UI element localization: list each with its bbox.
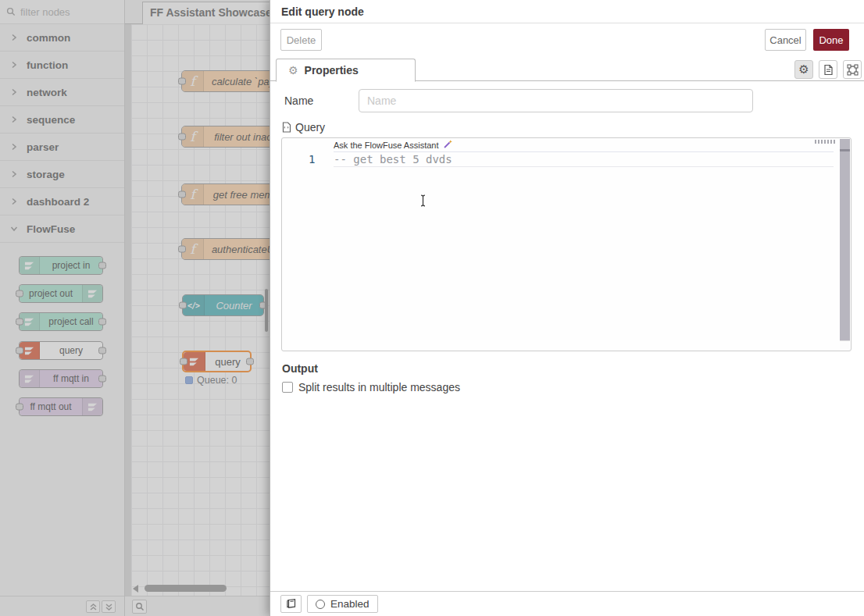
hscrollbar-thumb[interactable] xyxy=(145,585,227,592)
output-port[interactable] xyxy=(98,319,106,326)
split-results-option[interactable]: Split results in multiple messages xyxy=(282,381,460,393)
scroll-left-arrow-icon[interactable] xyxy=(133,585,138,593)
input-port[interactable] xyxy=(178,134,186,141)
flow-node-counter[interactable]: </>Counter xyxy=(182,294,264,316)
done-button[interactable]: Done xyxy=(813,29,849,51)
zoom-search-button[interactable] xyxy=(132,600,147,614)
enabled-toggle-button[interactable]: Enabled xyxy=(307,595,378,613)
gear-icon: ⚙ xyxy=(798,62,809,77)
tab-properties[interactable]: ⚙ Properties xyxy=(276,59,416,82)
input-port[interactable] xyxy=(179,302,187,309)
delete-button[interactable]: Delete xyxy=(280,29,322,51)
palette-category-common[interactable]: common xyxy=(0,24,124,52)
input-port[interactable] xyxy=(178,78,186,85)
chevron-right-icon xyxy=(10,34,18,41)
editor-scrollbar[interactable] xyxy=(840,139,850,340)
query-doc-icon xyxy=(282,122,291,133)
canvas-vscrollbar[interactable] xyxy=(265,289,268,332)
palette-search-input[interactable] xyxy=(20,6,110,18)
palette-category-network[interactable]: network xyxy=(0,79,124,106)
collapse-categories-button[interactable] xyxy=(86,600,100,613)
cancel-button[interactable]: Cancel xyxy=(765,29,806,51)
assistant-hint-line[interactable]: Ask the FlowFuse Assistant xyxy=(334,139,834,152)
assistant-hint-text[interactable]: Ask the FlowFuse Assistant xyxy=(334,141,439,150)
node-label: project out xyxy=(20,285,82,302)
palette-category-storage[interactable]: storage xyxy=(0,161,124,188)
expand-categories-button[interactable] xyxy=(102,600,116,613)
palette-category-flowfuse[interactable]: FlowFuse xyxy=(0,215,124,243)
appearance-box-icon xyxy=(847,64,859,76)
palette-category-sequence[interactable]: sequence xyxy=(0,106,124,134)
dialog-footer: Enabled xyxy=(270,591,864,616)
name-label: Name xyxy=(284,94,313,107)
chevron-down-icon xyxy=(10,225,18,233)
canvas-hscrollbar[interactable] xyxy=(131,585,270,593)
node-status-text: Queue: 0 xyxy=(197,375,237,386)
workspace-tab[interactable]: FF Assistant Showcase xyxy=(142,2,270,24)
editor-code-line[interactable]: -- get best 5 dvds xyxy=(334,152,834,167)
input-port[interactable] xyxy=(16,290,23,297)
docs-button[interactable] xyxy=(280,595,302,613)
node-label: query xyxy=(40,342,102,359)
palette-node-query[interactable]: query xyxy=(19,341,103,360)
dialog-body: Name Query 1 Ask the FlowFuse Assistant xyxy=(270,81,864,591)
palette-node-project-in[interactable]: project in xyxy=(19,256,103,275)
dialog-toolbar: Delete Cancel Done xyxy=(270,23,864,58)
wand-icon[interactable] xyxy=(443,138,453,152)
palette-node-ff-mqtt-out[interactable]: ff mqtt out xyxy=(19,397,103,416)
input-port[interactable] xyxy=(16,347,23,354)
flow-node-query[interactable]: query xyxy=(182,351,252,372)
output-port[interactable] xyxy=(98,347,106,354)
flow-node-authenticateu[interactable]: fauthenticateU xyxy=(181,238,270,260)
palette-canvas-divider xyxy=(125,24,131,596)
editor-line-number: 1 xyxy=(309,153,315,166)
palette-node-project-out[interactable]: project out xyxy=(19,284,103,303)
editor-scrollbar-thumb[interactable] xyxy=(840,149,850,151)
tab-properties-label: Properties xyxy=(305,64,359,77)
flowfuse-icon xyxy=(20,370,40,387)
dialog-tabbar: ⚙ Properties ⚙ xyxy=(270,58,864,81)
query-code-editor[interactable]: 1 Ask the FlowFuse Assistant -- get best… xyxy=(281,137,852,351)
node-label: project in xyxy=(40,257,102,274)
palette-category-dashboard-2[interactable]: dashboard 2 xyxy=(0,188,124,215)
split-results-label: Split results in multiple messages xyxy=(298,381,460,393)
node-appearance-button[interactable] xyxy=(843,60,862,79)
flow-node-filter-out-inac[interactable]: ffilter out inac xyxy=(181,126,270,148)
palette-category-function[interactable]: function xyxy=(0,52,124,79)
input-port[interactable] xyxy=(16,404,23,411)
input-port[interactable] xyxy=(180,358,187,365)
output-port[interactable] xyxy=(98,262,106,269)
output-section-label: Output xyxy=(282,362,318,375)
output-port[interactable] xyxy=(98,376,106,383)
output-port[interactable] xyxy=(246,358,254,365)
flow-node-calculate-pay[interactable]: fcalculate `pay xyxy=(181,70,270,92)
node-label: ff mqtt in xyxy=(40,370,102,387)
name-input[interactable] xyxy=(359,89,753,112)
node-settings-button[interactable]: ⚙ xyxy=(794,60,813,79)
editor-content[interactable]: Ask the FlowFuse Assistant -- get best 5… xyxy=(334,139,834,167)
palette-category-label: function xyxy=(27,59,68,71)
flow-canvas[interactable]: FF Assistant Showcase fcalculate `payffi… xyxy=(125,0,270,616)
node-label: authenticateU xyxy=(204,239,270,259)
edit-node-dialog: Edit query node Delete Cancel Done ⚙ Pro… xyxy=(270,0,864,616)
gear-icon: ⚙ xyxy=(288,65,298,76)
palette-category-label: FlowFuse xyxy=(27,223,75,235)
node-label: filter out inac xyxy=(204,126,270,147)
node-label: Counter xyxy=(205,295,263,315)
palette-category-label: sequence xyxy=(27,114,75,126)
editor-minimap xyxy=(815,140,837,144)
node-description-button[interactable] xyxy=(819,60,837,79)
palette-category-parser[interactable]: parser xyxy=(0,134,124,161)
chevron-right-icon xyxy=(10,170,18,178)
input-port[interactable] xyxy=(16,319,23,326)
palette-node-ff-mqtt-in[interactable]: ff mqtt in xyxy=(19,369,103,388)
book-icon xyxy=(286,599,297,609)
search-icon xyxy=(6,7,16,16)
flow-node-get-free-mem[interactable]: fget free mem xyxy=(181,183,270,205)
palette-category-label: storage xyxy=(27,169,65,180)
input-port[interactable] xyxy=(178,246,186,253)
flowfuse-icon xyxy=(20,257,40,274)
input-port[interactable] xyxy=(178,191,186,198)
split-results-checkbox[interactable] xyxy=(282,382,293,393)
palette-node-project-call[interactable]: project call xyxy=(19,312,103,331)
